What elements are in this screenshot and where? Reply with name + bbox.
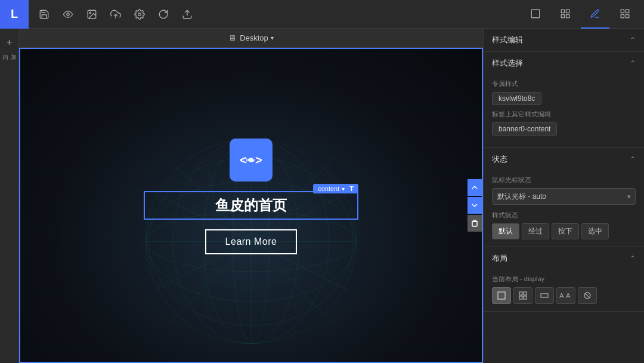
layout-icons-row: A A [492, 287, 636, 304]
logo-button[interactable]: L [0, 0, 29, 29]
style-select-collapse-icon: ⌃ [630, 59, 636, 67]
svg-text:<: < [240, 153, 247, 167]
layout-block-button[interactable] [492, 287, 511, 304]
svg-point-0 [67, 13, 70, 16]
svg-rect-14 [626, 14, 629, 17]
canvas-area: 🖥 Desktop ▾ [19, 29, 483, 363]
canvas-side-actions [467, 179, 482, 232]
tag-style-value[interactable]: banner0-content [492, 122, 557, 136]
tag-other-style-label: 标签上其它样式编辑 [492, 110, 636, 119]
layout-header[interactable]: 布局 ⌃ [484, 247, 644, 270]
svg-rect-9 [561, 14, 564, 17]
hero-logo: < > [230, 139, 273, 182]
state-collapse-icon: ⌃ [630, 155, 636, 164]
frame-view-button[interactable] [521, 0, 550, 29]
canvas-background: < > content ▾ T [20, 49, 482, 362]
brush-view-button[interactable] [581, 0, 609, 29]
svg-rect-53 [519, 292, 522, 295]
layout-grid-button[interactable] [513, 287, 532, 304]
style-edit-title: 样式编辑 [492, 35, 523, 45]
svg-point-4 [138, 13, 141, 16]
svg-rect-8 [566, 10, 569, 13]
export-button[interactable] [177, 4, 198, 25]
upload-button[interactable] [105, 4, 126, 25]
svg-rect-56 [524, 296, 527, 299]
svg-rect-10 [566, 14, 569, 17]
style-select-header[interactable]: 样式选择 ⌃ [484, 52, 644, 75]
style-select-body: 专属样式 ksvlwl9to8c 标签上其它样式编辑 banner0-conte… [484, 75, 644, 147]
state-section: 状态 ⌃ 鼠标光标状态 默认光标 - auto 指针 - pointer 文本 … [484, 148, 644, 247]
canvas-down-button[interactable] [467, 197, 482, 214]
svg-rect-12 [626, 10, 629, 13]
fish-logo-svg: < > [237, 146, 265, 174]
badge-chevron-icon: ▾ [342, 186, 345, 192]
layout-inline-button[interactable] [535, 287, 554, 304]
style-edit-collapse-icon: ⌃ [630, 36, 636, 44]
state-body: 鼠标光标状态 默认光标 - auto 指针 - pointer 文本 - tex… [484, 171, 644, 247]
layout-body: 当前布局 - display A A [484, 270, 644, 311]
content-badge: content ▾ T [313, 184, 358, 193]
style-edit-section: 样式编辑 ⌃ [484, 29, 644, 52]
svg-text:A: A [566, 292, 571, 299]
badge-t: T [349, 185, 354, 192]
image-button[interactable] [81, 4, 103, 25]
style-state-label: 样式状态 [492, 211, 636, 220]
canvas-topbar: 🖥 Desktop ▾ [19, 29, 483, 48]
svg-rect-51 [472, 222, 477, 226]
svg-rect-6 [531, 10, 540, 18]
cursor-state-label: 鼠标光标状态 [492, 176, 636, 184]
exclusive-style-tag[interactable]: ksvlwl9to8c [492, 92, 541, 105]
preview-button[interactable] [57, 4, 79, 25]
style-state-buttons: 默认 经过 按下 选中 [492, 223, 636, 239]
state-default-button[interactable]: 默认 [492, 223, 519, 239]
style-select-section: 样式选择 ⌃ 专属样式 ksvlwl9to8c 标签上其它样式编辑 banner… [484, 52, 644, 148]
exclusive-style-label: 专属样式 [492, 79, 636, 88]
monitor-icon: 🖥 [228, 33, 236, 42]
state-title: 状态 [492, 154, 507, 165]
component-view-button[interactable] [611, 0, 639, 29]
viewport-label: Desktop [240, 33, 268, 42]
cursor-state-select[interactable]: 默认光标 - auto 指针 - pointer 文本 - text [492, 188, 636, 205]
svg-rect-11 [621, 10, 624, 13]
main-area: + 添加内容 🖥 Desktop ▾ [0, 29, 644, 363]
svg-line-60 [585, 293, 590, 298]
state-selected-button[interactable]: 选中 [581, 223, 609, 239]
svg-rect-13 [621, 14, 624, 17]
svg-point-50 [253, 158, 254, 159]
svg-point-2 [89, 12, 91, 13]
svg-rect-7 [561, 10, 564, 13]
hero-title-text: 鱼皮的首页 [154, 196, 348, 215]
svg-rect-52 [498, 292, 505, 299]
hero-content: < > content ▾ T [144, 139, 358, 254]
canvas-up-button[interactable] [467, 179, 482, 196]
viewport-chevron-icon: ▾ [271, 35, 274, 41]
state-active-button[interactable]: 按下 [552, 223, 579, 239]
layout-collapse-icon: ⌃ [630, 254, 636, 263]
toolbar-icons [29, 4, 521, 25]
top-toolbar: L [0, 0, 644, 29]
badge-label: content [318, 185, 339, 192]
right-panel: 样式编辑 ⌃ 样式选择 ⌃ 专属样式 ksvlwl9to8c 标签上其它样式编辑… [483, 29, 644, 363]
layout-none-button[interactable] [578, 287, 597, 304]
cursor-state-select-wrapper: 默认光标 - auto 指针 - pointer 文本 - text ▾ [492, 188, 636, 205]
svg-rect-55 [519, 296, 522, 299]
svg-text:>: > [255, 153, 262, 167]
layout-text-button[interactable]: A A [556, 287, 575, 304]
layout-title: 布局 [492, 253, 507, 264]
state-hover-button[interactable]: 经过 [522, 223, 549, 239]
history-button[interactable] [153, 4, 174, 25]
canvas-content[interactable]: < > content ▾ T [19, 48, 483, 363]
save-button[interactable] [33, 4, 55, 25]
left-sidebar: + 添加内容 [0, 29, 19, 363]
svg-rect-54 [524, 292, 527, 295]
hero-title-container[interactable]: content ▾ T 鱼皮的首页 [144, 191, 358, 220]
state-header[interactable]: 状态 ⌃ [484, 148, 644, 171]
settings-button[interactable] [129, 4, 150, 25]
current-layout-label: 当前布局 - display [492, 275, 636, 284]
viewport-selector[interactable]: Desktop ▾ [240, 33, 274, 42]
grid-view-button[interactable] [551, 0, 580, 29]
canvas-delete-button[interactable] [467, 215, 482, 232]
svg-rect-57 [541, 294, 548, 297]
style-edit-header[interactable]: 样式编辑 ⌃ [484, 29, 644, 51]
hero-learn-more-button[interactable]: Learn More [205, 229, 298, 254]
